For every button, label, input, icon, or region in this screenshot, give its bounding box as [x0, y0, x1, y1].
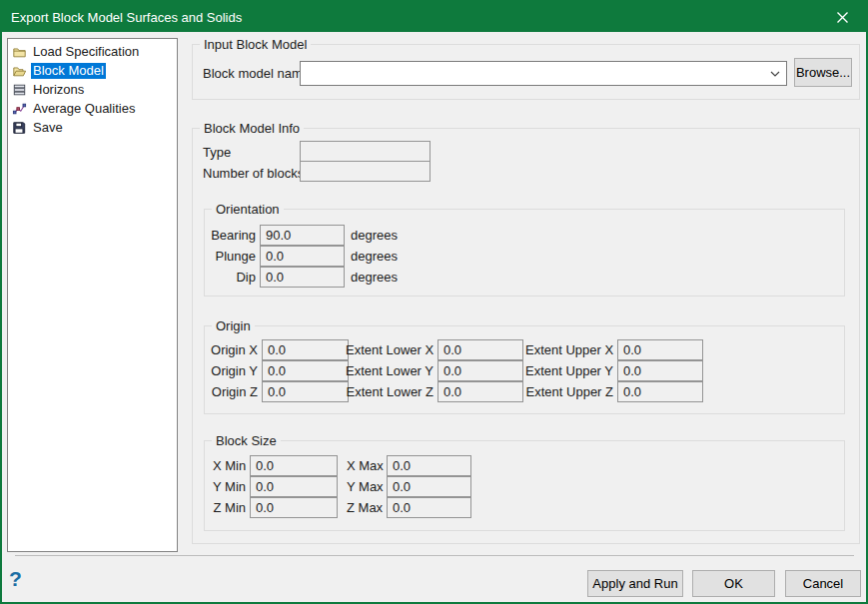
sidebar-item-save[interactable]: Save	[8, 118, 177, 137]
block-model-name-input[interactable]	[301, 62, 764, 85]
origin-z-field[interactable]	[262, 381, 349, 402]
dip-field[interactable]	[260, 267, 345, 288]
origin-y-field[interactable]	[262, 360, 349, 381]
group-title: Input Block Model	[200, 37, 311, 52]
y-min-label: Y Min	[213, 479, 246, 494]
close-icon	[836, 11, 849, 24]
help-icon[interactable]: ?	[9, 567, 22, 591]
x-min-field[interactable]	[250, 455, 338, 476]
sidebar-item-block-model[interactable]: Block Model	[8, 61, 177, 80]
dialog-window: Export Block Model Surfaces and Solids L…	[0, 0, 868, 604]
sidebar-item-label: Average Qualities	[31, 101, 137, 117]
group-input-block-model: Input Block Model Block model name Brows…	[192, 44, 860, 100]
plunge-unit-label: degrees	[351, 249, 398, 264]
extent-lower-z-label: Extent Lower Z	[346, 384, 434, 399]
footer-divider	[15, 555, 854, 556]
extent-lower-y-label: Extent Lower Y	[346, 363, 434, 378]
group-orientation: Orientation Bearing degrees Plunge degre…	[204, 209, 845, 297]
plunge-label: Plunge	[211, 249, 256, 264]
x-max-label: X Max	[347, 458, 383, 473]
sidebar-item-load-specification[interactable]: Load Specification	[8, 42, 177, 61]
extent-lower-z-field[interactable]	[437, 381, 523, 402]
window-title: Export Block Model Surfaces and Solids	[11, 10, 827, 25]
title-bar[interactable]: Export Block Model Surfaces and Solids	[2, 2, 866, 32]
folder-closed-icon	[11, 44, 27, 59]
group-block-model-info: Block Model Info Type Number of blocks O…	[192, 128, 860, 544]
y-max-field[interactable]	[387, 476, 471, 497]
group-block-size: Block Size X Min X Max Y Min Y Max Z Min	[204, 440, 845, 531]
extent-upper-z-label: Extent Upper Z	[525, 384, 613, 399]
origin-y-label: Origin Y	[211, 363, 258, 378]
ok-button[interactable]: OK	[692, 570, 775, 597]
layers-icon	[11, 82, 27, 97]
save-icon	[11, 120, 27, 135]
extent-upper-y-field[interactable]	[617, 360, 703, 381]
bearing-label: Bearing	[211, 228, 256, 243]
polyline-chart-icon	[11, 101, 27, 116]
extent-upper-y-label: Extent Upper Y	[525, 363, 613, 378]
origin-z-label: Origin Z	[211, 384, 258, 399]
x-min-label: X Min	[213, 458, 246, 473]
y-max-label: Y Max	[347, 479, 383, 494]
z-min-field[interactable]	[250, 497, 338, 518]
sidebar-item-label: Save	[31, 120, 65, 136]
browse-button[interactable]: Browse...	[794, 58, 852, 87]
type-label: Type	[203, 145, 231, 160]
sidebar-item-label: Load Specification	[31, 44, 141, 60]
z-min-label: Z Min	[213, 500, 246, 515]
extent-upper-x-field[interactable]	[617, 339, 703, 360]
sidebar-item-label: Horizons	[31, 82, 86, 98]
chevron-down-icon	[770, 71, 780, 77]
dip-label: Dip	[211, 270, 256, 285]
extent-lower-x-field[interactable]	[437, 339, 523, 360]
z-max-field[interactable]	[387, 497, 471, 518]
number-of-blocks-field	[300, 161, 431, 182]
extent-upper-x-label: Extent Upper X	[525, 342, 613, 357]
type-field	[300, 141, 431, 162]
group-title: Orientation	[212, 202, 284, 217]
sidebar-item-horizons[interactable]: Horizons	[8, 80, 177, 99]
apply-and-run-button[interactable]: Apply and Run	[587, 570, 683, 597]
folder-open-icon	[11, 63, 27, 78]
y-min-field[interactable]	[250, 476, 338, 497]
dip-unit-label: degrees	[351, 270, 398, 285]
extent-upper-z-field[interactable]	[617, 381, 703, 402]
block-model-name-label: Block model name	[203, 66, 310, 81]
group-title: Block Model Info	[200, 121, 304, 136]
combo-dropdown-button[interactable]	[764, 62, 786, 85]
bearing-field[interactable]	[260, 225, 345, 246]
number-of-blocks-label: Number of blocks	[203, 166, 304, 181]
z-max-label: Z Max	[347, 500, 383, 515]
origin-x-label: Origin X	[211, 342, 258, 357]
sidebar-item-average-qualities[interactable]: Average Qualities	[8, 99, 177, 118]
extent-lower-x-label: Extent Lower X	[346, 342, 434, 357]
sidebar-item-label: Block Model	[31, 63, 106, 79]
close-button[interactable]	[827, 2, 857, 32]
extent-lower-y-field[interactable]	[437, 360, 523, 381]
sidebar-list: Load Specification Block Model	[7, 38, 178, 552]
group-title: Origin	[212, 318, 255, 333]
block-model-name-combobox[interactable]	[300, 61, 787, 86]
group-origin: Origin Origin X Extent Lower X Extent Up…	[204, 325, 845, 414]
plunge-field[interactable]	[260, 246, 345, 267]
x-max-field[interactable]	[387, 455, 471, 476]
cancel-button[interactable]: Cancel	[785, 570, 861, 597]
group-title: Block Size	[212, 433, 281, 448]
bearing-unit-label: degrees	[351, 228, 398, 243]
origin-x-field[interactable]	[262, 339, 349, 360]
